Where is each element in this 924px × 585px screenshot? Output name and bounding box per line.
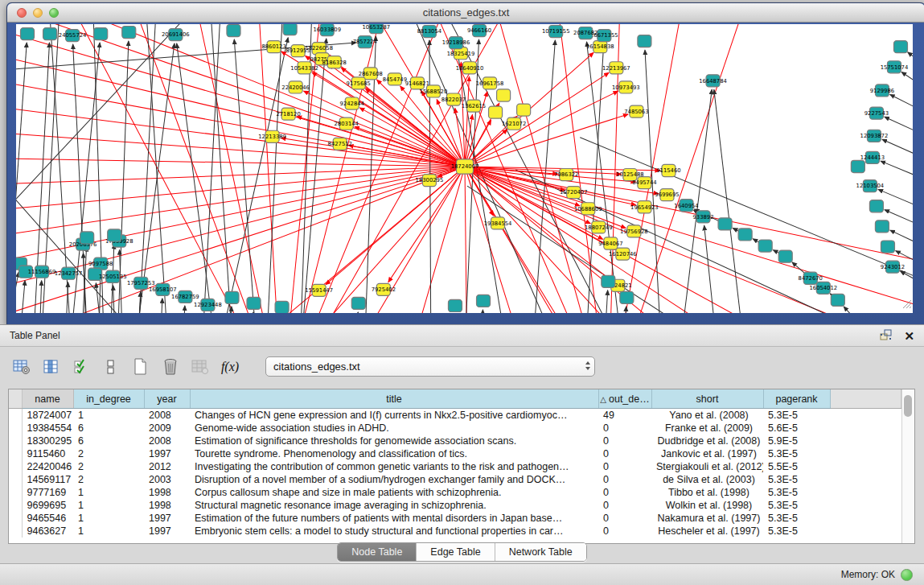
graph-node[interactable] bbox=[477, 295, 491, 307]
table-cell[interactable]: 1 bbox=[73, 525, 144, 538]
table-cell[interactable]: 1997 bbox=[144, 512, 190, 525]
table-cell[interactable]: 2008 bbox=[144, 409, 190, 422]
graph-edge[interactable] bbox=[159, 299, 162, 313]
graph-edge[interactable] bbox=[882, 139, 913, 170]
graph-node[interactable] bbox=[875, 220, 889, 233]
column-header-out_de[interactable]: △out_de… bbox=[598, 389, 651, 409]
table-cell[interactable]: Corpus callosum shape and size in male p… bbox=[190, 486, 598, 499]
graph-edge[interactable] bbox=[16, 24, 465, 167]
graph-edge[interactable] bbox=[258, 24, 282, 313]
table-cell[interactable]: 22420046 bbox=[22, 460, 73, 473]
table-row[interactable]: 1872400712008Changes of HCN gene express… bbox=[9, 409, 901, 422]
table-cell[interactable]: Stergiakouli et al. (2012) bbox=[651, 460, 763, 473]
column-header-short[interactable]: short bbox=[651, 389, 763, 409]
table-cell[interactable]: 14569117 bbox=[22, 473, 73, 486]
table-cell[interactable]: 2 bbox=[73, 447, 144, 460]
table-cell[interactable]: 0 bbox=[598, 525, 651, 538]
graph-node[interactable] bbox=[738, 229, 752, 241]
table-cell[interactable]: Hescheler et al. (1997) bbox=[651, 525, 763, 538]
table-cell[interactable]: 18724007 bbox=[22, 409, 73, 422]
table-cell[interactable]: 5.9E-5 bbox=[763, 435, 830, 447]
table-cell[interactable]: 1998 bbox=[144, 486, 190, 499]
graph-node[interactable] bbox=[718, 218, 732, 230]
close-panel-icon[interactable]: ✕ bbox=[904, 330, 914, 342]
table-cell[interactable]: Nakamura et al. (1997) bbox=[651, 512, 763, 525]
graph-edge[interactable] bbox=[137, 292, 140, 313]
table-cell[interactable]: 1 bbox=[73, 486, 144, 499]
new-column-icon[interactable] bbox=[130, 356, 151, 377]
table-cell[interactable]: de Silva et al. (2003) bbox=[651, 473, 763, 486]
table-cell[interactable]: Yano et al. (2008) bbox=[651, 409, 763, 422]
graph-edge[interactable] bbox=[16, 101, 465, 167]
float-panel-icon[interactable] bbox=[880, 329, 893, 343]
table-cell[interactable]: 0 bbox=[598, 435, 651, 447]
table-cell[interactable]: 9465546 bbox=[22, 512, 73, 525]
graph-edge[interactable] bbox=[467, 186, 741, 313]
table-cell[interactable]: 2003 bbox=[144, 473, 190, 486]
graph-node[interactable] bbox=[247, 297, 261, 309]
resize-grip-icon[interactable] bbox=[901, 298, 912, 312]
graph-edge[interactable] bbox=[209, 24, 233, 313]
table-cell[interactable]: 1998 bbox=[144, 499, 190, 512]
table-cell[interactable]: Structural magnetic resonance image aver… bbox=[190, 499, 598, 512]
graph-node[interactable] bbox=[831, 294, 844, 306]
graph-edge[interactable] bbox=[480, 310, 483, 313]
tab-network-table[interactable]: Network Table bbox=[495, 543, 586, 561]
table-cell[interactable]: 1997 bbox=[144, 447, 190, 460]
graph-node[interactable] bbox=[851, 160, 864, 172]
graph-node[interactable] bbox=[283, 24, 297, 35]
table-cell[interactable]: 6 bbox=[73, 422, 144, 435]
table-cell[interactable]: 49 bbox=[598, 409, 651, 422]
table-row[interactable]: 2242004622012Investigating the contribut… bbox=[9, 460, 901, 473]
zoom-window-button[interactable] bbox=[49, 8, 59, 18]
graph-edge[interactable] bbox=[355, 312, 358, 313]
table-cell[interactable]: 0 bbox=[598, 499, 651, 512]
column-header-year[interactable]: year bbox=[144, 389, 190, 409]
graph-edge[interactable] bbox=[465, 91, 618, 167]
tab-edge-table[interactable]: Edge Table bbox=[417, 543, 495, 561]
table-row[interactable]: 1456911722003Disruption of a novel membe… bbox=[9, 473, 901, 486]
graph-edge[interactable] bbox=[465, 167, 467, 313]
close-window-button[interactable] bbox=[17, 8, 27, 18]
column-header-name[interactable]: name bbox=[22, 389, 73, 409]
graph-edge[interactable] bbox=[901, 72, 913, 105]
table-cell[interactable]: 2012 bbox=[144, 460, 190, 473]
table-cell[interactable]: 2 bbox=[73, 460, 144, 473]
graph-node[interactable] bbox=[448, 299, 462, 311]
table-cell[interactable]: 9115460 bbox=[22, 447, 73, 460]
table-cell[interactable]: 9463627 bbox=[22, 525, 73, 538]
table-cell[interactable]: 5.5E-5 bbox=[763, 460, 830, 473]
graph-edge[interactable] bbox=[844, 307, 896, 313]
table-scrollbar[interactable] bbox=[901, 389, 914, 543]
table-cell[interactable]: 0 bbox=[598, 512, 651, 525]
table-cell[interactable]: 18300295 bbox=[22, 435, 73, 447]
table-cell[interactable]: Tourette syndrome. Phenomenology and cla… bbox=[190, 447, 598, 460]
graph-edge[interactable] bbox=[234, 39, 257, 313]
graph-node[interactable] bbox=[275, 301, 289, 313]
table-cell[interactable]: 9777169 bbox=[22, 486, 73, 499]
graph-node[interactable] bbox=[869, 200, 883, 212]
table-cell[interactable]: 5.6E-5 bbox=[763, 422, 830, 435]
graph-node[interactable] bbox=[758, 240, 772, 252]
delete-column-icon[interactable] bbox=[160, 356, 181, 377]
window-titlebar[interactable]: citations_edges.txt bbox=[7, 3, 924, 23]
graph-edge[interactable] bbox=[182, 306, 184, 313]
graph-edge[interactable] bbox=[359, 108, 465, 167]
table-cell[interactable]: 9699695 bbox=[22, 499, 73, 512]
function-builder-icon[interactable]: f(x) bbox=[220, 356, 240, 377]
delete-table-icon[interactable] bbox=[190, 356, 211, 377]
graph-edge[interactable] bbox=[403, 167, 465, 313]
table-cell[interactable]: Tibbo et al. (1998) bbox=[651, 486, 763, 499]
graph-node[interactable] bbox=[227, 25, 240, 37]
table-cell[interactable]: 0 bbox=[598, 460, 651, 473]
table-row[interactable]: 977716911998Corpus callosum shape and si… bbox=[9, 486, 901, 499]
table-cell[interactable]: Embryonic stem cells: a model to study s… bbox=[190, 525, 598, 538]
graph-edge[interactable] bbox=[300, 39, 326, 313]
table-cell[interactable]: Disruption of a novel member of a sodium… bbox=[190, 473, 598, 486]
table-cell[interactable]: 5.3E-5 bbox=[763, 525, 830, 538]
table-cell[interactable]: Estimation of significance thresholds fo… bbox=[190, 435, 598, 447]
graph-edge[interactable] bbox=[622, 307, 626, 313]
graph-node[interactable] bbox=[517, 104, 531, 116]
graph-edge[interactable] bbox=[16, 24, 465, 167]
table-cell[interactable]: 5.3E-5 bbox=[763, 512, 830, 525]
